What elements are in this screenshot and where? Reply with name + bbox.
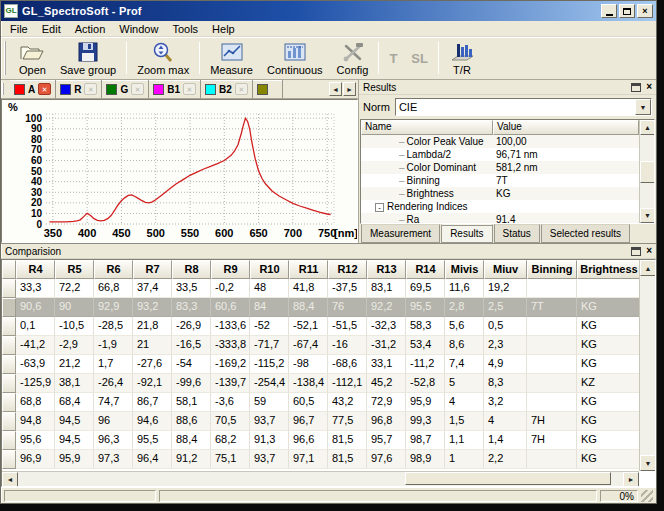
tr-button[interactable]: T/R [442, 38, 482, 78]
continuous-button[interactable]: Continuous [260, 38, 330, 78]
row-selector[interactable] [2, 374, 16, 393]
tree-collapse-icon[interactable]: - [375, 203, 384, 212]
menu-window[interactable]: Window [112, 22, 165, 36]
tab-results[interactable]: Results [441, 224, 492, 243]
column-header-r13[interactable]: R13 [367, 260, 406, 279]
results-row[interactable]: –Color Peak Value100,00 [361, 135, 654, 148]
comparison-hscroll-track[interactable] [18, 472, 623, 486]
table-row[interactable]: 96,995,997,396,491,275,193,797,181,597,6… [2, 450, 655, 469]
results-row[interactable]: –BrightnessKG [361, 187, 654, 200]
table-row[interactable]: 0,1-10,5-28,521,8-26,9-133,6-52-52,1-51,… [2, 317, 655, 336]
close-button[interactable]: × [637, 4, 653, 18]
spectrum-chart[interactable]: % [nm] 010203040506070809010035040045050… [1, 99, 358, 243]
tab-measurement[interactable]: Measurement [361, 224, 440, 243]
norm-select[interactable]: CIE ▼ [395, 98, 652, 116]
minimize-button[interactable] [601, 4, 617, 18]
row-selector[interactable] [2, 317, 16, 336]
close-tab-icon[interactable]: ✕ [38, 83, 51, 95]
menu-file[interactable]: File [3, 22, 35, 36]
table-row[interactable]: -41,2-2,9-1,921-16,5-333,8-71,7-67,4-16-… [2, 336, 655, 355]
column-header-r7[interactable]: R7 [133, 260, 172, 279]
comparison-hscrollbar[interactable]: ◄ ► [2, 471, 639, 486]
spectrum-tab-B2[interactable]: B2✕ [201, 80, 253, 98]
scroll-right-icon[interactable]: ► [343, 82, 356, 96]
column-header-r8[interactable]: R8 [172, 260, 211, 279]
table-row[interactable]: 95,694,596,395,588,468,291,396,681,595,7… [2, 431, 655, 450]
menu-action[interactable]: Action [68, 22, 113, 36]
row-selector[interactable] [2, 279, 16, 298]
column-header-r4[interactable]: R4 [16, 260, 55, 279]
column-header-r6[interactable]: R6 [94, 260, 133, 279]
scroll-left-icon[interactable]: ◄ [2, 472, 18, 487]
table-row[interactable]: 90,69092,993,283,360,68488,47692,295,52,… [2, 298, 655, 317]
scroll-up-icon[interactable]: ▲ [640, 260, 656, 276]
column-header-value[interactable]: Value [493, 120, 639, 135]
row-selector[interactable] [2, 450, 16, 469]
scroll-left-icon[interactable]: ◄ [329, 82, 342, 96]
close-panel-icon[interactable]: × [646, 82, 652, 92]
results-row[interactable]: –Binning7T [361, 174, 654, 187]
results-row[interactable]: -Rendering Indices [361, 200, 654, 213]
column-header-brightness[interactable]: Brightness [577, 260, 641, 279]
measure-button[interactable]: Measure [203, 38, 260, 78]
column-header-miuv[interactable]: Miuv [484, 260, 527, 279]
config-button[interactable]: Config [330, 38, 376, 78]
column-header-binning[interactable]: Binning [527, 260, 577, 279]
save-group-button[interactable]: Save group [53, 38, 123, 78]
column-header-mivis[interactable]: Mivis [445, 260, 484, 279]
column-header-r10[interactable]: R10 [250, 260, 289, 279]
row-selector[interactable] [2, 393, 16, 412]
results-row[interactable]: –Color Dominant581,2 nm [361, 161, 654, 174]
spectrum-tab-partial[interactable] [253, 80, 283, 98]
results-vscroll-thumb[interactable] [640, 161, 655, 183]
close-tab-icon[interactable]: ✕ [235, 83, 248, 95]
table-row[interactable]: 68,868,474,786,758,1-3,65960,543,272,995… [2, 393, 655, 412]
tab-selected-results[interactable]: Selected results [541, 224, 630, 243]
tab-status[interactable]: Status [494, 224, 540, 243]
float-panel-icon[interactable] [631, 83, 641, 92]
tabstrip-grip[interactable] [2, 83, 7, 95]
scroll-right-icon[interactable]: ► [623, 472, 639, 487]
resize-grip[interactable] [641, 490, 653, 502]
toolbar-grip[interactable] [4, 41, 9, 75]
table-row[interactable]: -125,938,1-26,4-92,1-99,6-139,7-254,4-13… [2, 374, 655, 393]
results-vscrollbar[interactable]: ▲ ▼ [639, 120, 654, 223]
close-panel-icon[interactable]: × [646, 246, 652, 256]
spectrum-tab-G[interactable]: G✕ [102, 80, 149, 98]
scroll-up-icon[interactable]: ▲ [640, 120, 655, 135]
zoom-max-button[interactable]: Zoom max [130, 38, 196, 78]
scroll-down-icon[interactable]: ▼ [640, 208, 655, 223]
title-bar[interactable]: GL GL_SpectroSoft - Prof × [1, 1, 656, 21]
table-row[interactable]: -63,921,21,7-27,6-54-169,2-115,2-98-68,6… [2, 355, 655, 374]
menu-help[interactable]: Help [205, 22, 242, 36]
column-header-r12[interactable]: R12 [328, 260, 367, 279]
maximize-button[interactable] [619, 4, 635, 18]
spectrum-tab-R[interactable]: R✕ [56, 80, 102, 98]
row-selector[interactable] [2, 298, 16, 317]
open-button[interactable]: Open [12, 38, 53, 78]
table-row[interactable]: 33,372,266,837,433,5-0,24841,8-37,583,16… [2, 279, 655, 298]
column-header-r9[interactable]: R9 [211, 260, 250, 279]
column-header-r14[interactable]: R14 [406, 260, 445, 279]
results-row[interactable]: –Lambda/296,71 nm [361, 148, 654, 161]
column-header-name[interactable]: Name [361, 120, 493, 135]
float-panel-icon[interactable] [631, 247, 641, 256]
comparison-hscroll-thumb[interactable] [405, 472, 611, 485]
row-selector[interactable] [2, 431, 16, 450]
scroll-down-icon[interactable]: ▼ [640, 455, 656, 471]
close-tab-icon[interactable]: ✕ [84, 83, 97, 95]
table-row[interactable]: 94,894,59694,688,670,593,796,777,596,899… [2, 412, 655, 431]
menu-edit[interactable]: Edit [35, 22, 68, 36]
comparison-vscrollbar[interactable]: ▲ ▼ [639, 260, 655, 471]
close-tab-icon[interactable]: ✕ [183, 83, 196, 95]
results-vscroll-track[interactable] [640, 135, 654, 208]
column-header-r11[interactable]: R11 [289, 260, 328, 279]
column-header-r5[interactable]: R5 [55, 260, 94, 279]
spectrum-tab-A[interactable]: A✕ [10, 80, 56, 98]
spectrum-tab-B1[interactable]: B1✕ [149, 80, 201, 98]
menu-tools[interactable]: Tools [165, 22, 205, 36]
close-tab-icon[interactable]: ✕ [131, 83, 144, 95]
row-selector[interactable] [2, 336, 16, 355]
row-selector[interactable] [2, 355, 16, 374]
row-selector[interactable] [2, 412, 16, 431]
